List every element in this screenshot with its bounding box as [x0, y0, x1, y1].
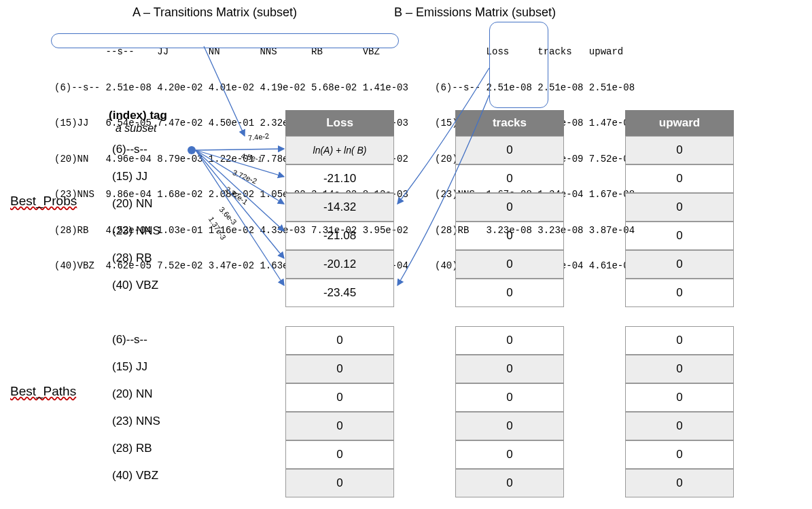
table-cell: 0	[285, 469, 394, 497]
table-cell: 0	[455, 279, 564, 307]
table-cell: 0	[625, 440, 734, 469]
table-cell: 0	[625, 326, 734, 355]
highlight-box-b-col	[489, 22, 548, 108]
table-cell: 0	[455, 222, 564, 250]
col-header-tracks: tracks	[455, 110, 564, 136]
row-tag: (40) VBZ	[112, 462, 194, 489]
table-cell: -21.10	[285, 164, 394, 193]
table-cell: 0	[455, 164, 564, 193]
best-probs-label: Best_Probs	[10, 194, 77, 209]
table-cell: 0	[625, 279, 734, 307]
table-cell: 0	[455, 326, 564, 355]
cell-formula: ln(A) + ln( B)	[285, 136, 394, 164]
table-cell: -23.45	[285, 279, 394, 307]
row-tag: (20) NN	[112, 381, 194, 408]
probs-col-upward: upward 0 0 0 0 0 0	[625, 110, 734, 307]
highlight-box-a-row	[51, 33, 399, 48]
row-tag: (15) JJ	[112, 353, 194, 381]
subset-label: a subset	[116, 122, 156, 135]
table-cell: 0	[455, 412, 564, 440]
row-labels-paths: (6)--s-- (15) JJ (20) NN (23) NNS (28) R…	[112, 326, 194, 489]
table-cell: 0	[455, 469, 564, 497]
row-tag: (20) NN	[112, 190, 194, 217]
probs-col-tracks: tracks 0 0 0 0 0 0	[455, 110, 564, 307]
table-cell: 0	[455, 250, 564, 279]
table-cell: 0	[625, 412, 734, 440]
row-tag: (23) NNS	[112, 217, 194, 245]
table-cell: 0	[285, 412, 394, 440]
paths-col-tracks: 0 0 0 0 0 0	[455, 326, 564, 497]
paths-col-loss: 0 0 0 0 0 0	[285, 326, 394, 497]
table-cell: 0	[455, 355, 564, 383]
probs-col-loss: Loss ln(A) + ln( B) -21.10 -14.32 -21.08…	[285, 110, 394, 307]
best-paths-label: Best_Paths	[10, 384, 76, 399]
col-header-loss: Loss	[285, 110, 394, 136]
row-tag: (28) RB	[112, 245, 194, 272]
table-cell: 0	[285, 326, 394, 355]
table-cell: 0	[625, 222, 734, 250]
row-tag: (6)--s--	[112, 136, 194, 163]
index-header: (index) tag	[109, 109, 167, 122]
title-a: A – Transitions Matrix (subset)	[133, 5, 297, 20]
table-cell: 0	[625, 469, 734, 497]
table-cell: 0	[455, 383, 564, 412]
table-cell: 0	[625, 355, 734, 383]
row-tag: (15) JJ	[112, 163, 194, 190]
table-cell: 0	[455, 136, 564, 164]
table-cell: 0	[285, 440, 394, 469]
col-header-upward: upward	[625, 110, 734, 136]
table-cell: 0	[285, 383, 394, 412]
row-labels-probs: (6)--s-- (15) JJ (20) NN (23) NNS (28) R…	[112, 136, 194, 299]
source-node-dot	[188, 146, 196, 154]
paths-col-upward: 0 0 0 0 0 0	[625, 326, 734, 497]
table-cell: 0	[625, 136, 734, 164]
table-cell: -14.32	[285, 193, 394, 222]
row-tag: (6)--s--	[112, 326, 194, 353]
table-cell: -20.12	[285, 250, 394, 279]
title-b: B – Emissions Matrix (subset)	[394, 5, 556, 20]
matrix-a-row: (6)--s-- 2.51e-08 4.20e-02 4.01e-02 4.19…	[54, 82, 408, 94]
table-cell: 0	[455, 440, 564, 469]
table-cell: 0	[455, 193, 564, 222]
table-cell: 0	[625, 193, 734, 222]
table-cell: 0	[625, 250, 734, 279]
row-tag: (28) RB	[112, 435, 194, 462]
table-cell: -21.08	[285, 222, 394, 250]
table-cell: 0	[625, 383, 734, 412]
table-cell: 0	[625, 164, 734, 193]
row-tag: (23) NNS	[112, 408, 194, 435]
row-tag: (40) VBZ	[112, 272, 194, 299]
table-cell: 0	[285, 355, 394, 383]
